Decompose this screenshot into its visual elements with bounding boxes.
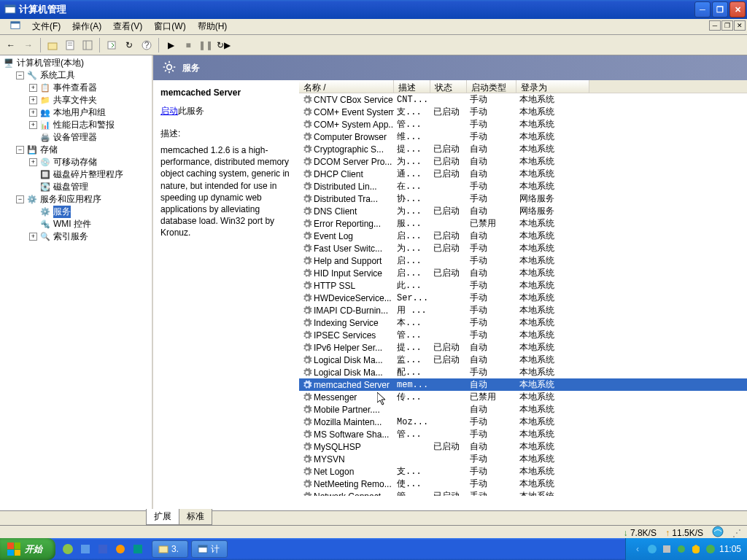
col-startup[interactable]: 启动类型 — [467, 80, 516, 93]
system-tray[interactable]: ‹ 11:05 — [625, 538, 747, 560]
service-row[interactable]: DNS Client为...已启动自动网络服务 — [299, 205, 747, 217]
tree-services[interactable]: ⚙️服务 — [28, 206, 150, 218]
service-row[interactable]: Messenger传...已禁用本地系统 — [299, 391, 747, 403]
service-row[interactable]: HTTP SSL此...手动本地系统 — [299, 279, 747, 292]
col-name[interactable]: 名称 / — [299, 80, 394, 93]
service-logon: 网络服务 — [516, 192, 589, 205]
tree-removable[interactable]: +💿可移动存储 — [28, 156, 150, 168]
service-row[interactable]: Distributed Lin...在...手动本地系统 — [299, 180, 747, 192]
tray-icon-4[interactable] — [690, 543, 702, 555]
tray-icon-3[interactable] — [676, 543, 687, 555]
service-row[interactable]: Help and Support启...手动本地系统 — [299, 254, 747, 267]
menu-window[interactable]: 窗口(W) — [148, 19, 191, 34]
service-row[interactable]: Logical Disk Ma...监...已启动自动本地系统 — [299, 354, 747, 366]
service-row[interactable]: Error Reporting...服...已禁用本地系统 — [299, 217, 747, 230]
col-desc[interactable]: 描述 — [394, 80, 430, 93]
menu-action[interactable]: 操作(A) — [66, 19, 107, 34]
tree-indexsvc[interactable]: +🔍索引服务 — [28, 230, 150, 243]
tree-systools[interactable]: −🔧系统工具 — [15, 69, 150, 82]
tree-diskmgmt[interactable]: 💽磁盘管理 — [28, 181, 150, 193]
ql-item-4[interactable] — [112, 541, 128, 557]
tray-chevron-icon[interactable]: ‹ — [632, 543, 643, 555]
service-row[interactable]: COM+ System App...管...手动本地系统 — [299, 118, 747, 131]
service-row[interactable]: MYSVN手动本地系统 — [299, 453, 747, 465]
play-button[interactable]: ▶ — [163, 37, 179, 53]
tree-localusers[interactable]: +👥本地用户和组 — [28, 106, 150, 119]
restart-button[interactable]: ↻▶ — [215, 37, 231, 53]
start-button[interactable]: 开始 — [0, 538, 55, 560]
help-button[interactable]: ? — [139, 37, 155, 53]
service-row[interactable]: Logical Disk Ma...配...手动本地系统 — [299, 366, 747, 378]
close-button[interactable]: ✕ — [729, 1, 746, 18]
service-row[interactable]: Network Connect...管...已启动手动本地系统 — [299, 490, 747, 496]
menu-help[interactable]: 帮助(H) — [192, 19, 233, 34]
service-row[interactable]: HWDeviceService...Ser...手动本地系统 — [299, 292, 747, 304]
mdi-minimize[interactable]: ─ — [709, 20, 721, 31]
tray-icon-5[interactable] — [705, 543, 716, 555]
service-row[interactable]: Cryptographic S...提...已启动自动本地系统 — [299, 143, 747, 155]
col-logon[interactable]: 登录为 — [516, 80, 589, 93]
ql-item-2[interactable] — [77, 541, 93, 557]
service-row[interactable]: MySQLHSP已启动自动本地系统 — [299, 440, 747, 453]
tree-root[interactable]: 🖥️计算机管理(本地) — [1, 57, 150, 69]
taskbar-item-1[interactable]: 3. — [152, 540, 188, 558]
tree-wmi[interactable]: 🔩WMI 控件 — [28, 218, 150, 230]
service-row[interactable]: Mobile Partner....自动本地系统 — [299, 403, 747, 416]
service-row[interactable]: Distributed Tra...协...手动网络服务 — [299, 192, 747, 205]
service-row[interactable]: Fast User Switc...为...已启动手动本地系统 — [299, 242, 747, 254]
resize-grip[interactable]: ⋰ — [732, 528, 741, 538]
service-row[interactable]: Net Logon支...手动本地系统 — [299, 465, 747, 478]
service-row[interactable]: Mozilla Mainten...Moz...手动本地系统 — [299, 416, 747, 428]
tree-svcapps[interactable]: −⚙️服务和应用程序 — [15, 193, 150, 206]
tree-devmgr[interactable]: 🖨️设备管理器 — [28, 131, 150, 144]
tree-shared[interactable]: +📁共享文件夹 — [28, 94, 150, 106]
ql-item-5[interactable] — [130, 541, 146, 557]
service-row[interactable]: Computer Browser维...手动本地系统 — [299, 131, 747, 143]
properties-button[interactable] — [62, 37, 78, 53]
menu-file[interactable]: 文件(F) — [26, 19, 66, 34]
tray-icon-2[interactable] — [661, 543, 673, 555]
tray-clock[interactable]: 11:05 — [719, 544, 741, 554]
menu-view[interactable]: 查看(V) — [107, 19, 148, 34]
tree-storage[interactable]: −💾存储 — [15, 144, 150, 156]
refresh-button[interactable]: ↻ — [121, 37, 137, 53]
minimize-button[interactable]: ─ — [694, 1, 711, 18]
tab-extended[interactable]: 扩展 — [146, 509, 179, 525]
tab-standard[interactable]: 标准 — [179, 509, 212, 525]
tree-perflog[interactable]: +📊性能日志和警报 — [28, 119, 150, 131]
service-row[interactable]: IMAPI CD-Burnin...用 ...手动本地系统 — [299, 304, 747, 316]
service-row[interactable]: Indexing Service本...手动本地系统 — [299, 316, 747, 329]
service-row[interactable]: DHCP Client通...已启动自动本地系统 — [299, 168, 747, 180]
service-row[interactable]: DCOM Server Pro...为...已启动自动本地系统 — [299, 155, 747, 168]
tray-icon-1[interactable] — [646, 543, 658, 555]
list-header[interactable]: 名称 / 描述 状态 启动类型 登录为 — [299, 80, 747, 93]
service-row[interactable]: CNTV CBox ServiceCNT...手动本地系统 — [299, 93, 747, 106]
maximize-button[interactable]: ❐ — [712, 1, 728, 18]
service-desc: 管... — [394, 428, 430, 440]
col-status[interactable]: 状态 — [430, 80, 467, 93]
tree-eventviewer[interactable]: +📋事件查看器 — [28, 82, 150, 94]
taskbar-item-2[interactable]: 计 — [191, 540, 228, 558]
tree-pane[interactable]: 🖥️计算机管理(本地) −🔧系统工具 +📋事件查看器 +📁共享文件夹 +👥本地用… — [0, 55, 153, 510]
service-row[interactable]: NetMeeting Remo...使...手动本地系统 — [299, 478, 747, 490]
export-button[interactable] — [104, 37, 120, 53]
service-row[interactable]: memcached Servermem...自动本地系统 — [299, 378, 747, 391]
show-hide-button[interactable] — [80, 37, 96, 53]
services-list[interactable]: 名称 / 描述 状态 启动类型 登录为 CNTV CBox ServiceCNT… — [299, 80, 747, 510]
service-row[interactable]: MS Software Sha...管...手动本地系统 — [299, 428, 747, 440]
back-button[interactable]: ← — [3, 37, 19, 53]
ql-item-3[interactable] — [95, 541, 111, 557]
service-desc: 此... — [394, 279, 430, 292]
service-row[interactable]: IPSEC Services管...手动本地系统 — [299, 329, 747, 341]
mdi-close[interactable]: ✕ — [734, 20, 746, 31]
ql-item-1[interactable] — [60, 541, 76, 557]
tree-defrag[interactable]: 🔲磁盘碎片整理程序 — [28, 168, 150, 181]
service-row[interactable]: HID Input Service启...已启动自动本地系统 — [299, 267, 747, 279]
service-row[interactable]: Event Log启...已启动自动本地系统 — [299, 230, 747, 242]
service-row[interactable]: IPv6 Helper Ser...提...已启动自动本地系统 — [299, 341, 747, 354]
up-button[interactable] — [44, 37, 61, 53]
service-row[interactable]: COM+ Event System支...已启动手动本地系统 — [299, 106, 747, 118]
service-desc: 通... — [394, 168, 430, 180]
start-service-link[interactable]: 启动 — [160, 106, 178, 116]
mdi-restore[interactable]: ❐ — [721, 20, 733, 31]
